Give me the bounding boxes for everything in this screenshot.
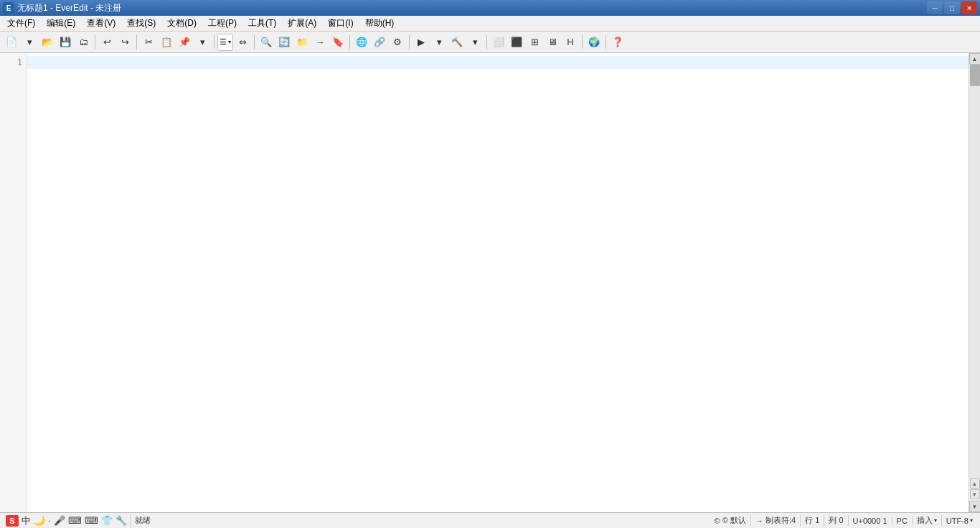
sep2	[136, 35, 137, 50]
sep1	[95, 35, 95, 50]
editor-area[interactable]	[27, 53, 969, 512]
ime-s-icon: S	[6, 515, 19, 527]
paste-dropdown[interactable]: ▾	[194, 34, 211, 51]
ready-label: 就绪	[135, 515, 151, 526]
line-wrap-button[interactable]: ⇔	[234, 34, 251, 51]
sep9	[606, 35, 606, 50]
app-icon: E	[3, 2, 14, 14]
find-files-button[interactable]: 📁	[293, 34, 311, 51]
pc-label: PC	[897, 517, 908, 525]
help-button[interactable]: ❓	[609, 34, 626, 51]
utf8-dropdown-arrow[interactable]: ▾	[970, 517, 973, 524]
close-button[interactable]: ✕	[961, 1, 977, 14]
num-label: 1	[882, 517, 887, 525]
run-button[interactable]: ▶	[413, 34, 430, 51]
split-v-button[interactable]: ⬛	[508, 34, 525, 51]
save-button[interactable]: 💾	[57, 34, 74, 51]
menu-view[interactable]: 查看(V)	[81, 16, 121, 31]
find-replace-button[interactable]: 🔄	[275, 34, 293, 51]
plugin3-button[interactable]: ⚙	[389, 34, 406, 51]
goto-button[interactable]: →	[311, 34, 329, 51]
maximize-button[interactable]: □	[944, 1, 960, 14]
bookmark-button[interactable]: 🔖	[329, 34, 347, 51]
open-button[interactable]: 📂	[39, 34, 56, 51]
unicode-field: U+0000 1	[849, 517, 892, 525]
undo-button[interactable]: ↩	[98, 34, 116, 51]
menu-extensions[interactable]: 扩展(A)	[282, 16, 322, 31]
ime-section: S 中 🌙 · 🎤 ⌨ ⌨ 👕 🔧	[3, 514, 131, 527]
screen-button[interactable]: 🖥	[544, 34, 561, 51]
editor-main: 1 ▲ ▴ ▾ ▼	[0, 53, 980, 512]
build-button[interactable]: 🔨	[448, 34, 466, 51]
editor-content[interactable]	[27, 53, 969, 512]
menu-edit[interactable]: 编辑(E)	[41, 16, 81, 31]
menu-file[interactable]: 文件(F)	[1, 16, 41, 31]
cut-button[interactable]: ✂	[140, 34, 157, 51]
menu-project[interactable]: 工程(P)	[202, 16, 242, 31]
minimize-button[interactable]: ─	[927, 1, 943, 14]
split-h-button[interactable]: ⬜	[490, 34, 507, 51]
scroll-extra-up[interactable]: ▴	[970, 478, 980, 489]
ime-shirt-icon: 👕	[101, 515, 113, 526]
copyright-label: © 默认	[722, 515, 746, 526]
scroll-down-arrow[interactable]: ▼	[969, 501, 981, 512]
sep3	[214, 35, 215, 50]
plugin2-button[interactable]: 🔗	[371, 34, 388, 51]
run-dropdown[interactable]: ▾	[430, 34, 448, 51]
copy-button[interactable]: 📋	[158, 34, 175, 51]
statusbar: S 中 🌙 · 🎤 ⌨ ⌨ 👕 🔧 就绪 © © 默认 → 制表符:4 行 1 …	[0, 512, 980, 528]
save-all-button[interactable]: 🗂	[75, 34, 92, 51]
ready-section: 就绪	[132, 515, 154, 526]
crlf-field: → 制表符:4	[751, 515, 801, 526]
menu-document[interactable]: 文档(D)	[161, 16, 202, 31]
scroll-extra-down[interactable]: ▾	[970, 489, 980, 499]
insert-label: 插入	[917, 515, 933, 526]
paste-button[interactable]: 📌	[176, 34, 193, 51]
col-field: 列 0	[824, 515, 848, 526]
ime-moon-icon: 🌙	[34, 515, 45, 526]
sep7	[486, 35, 487, 50]
browser-button[interactable]: 🌍	[585, 34, 603, 51]
new-button[interactable]: 📄	[3, 34, 20, 51]
sep6	[409, 35, 410, 50]
status-left: S 中 🌙 · 🎤 ⌨ ⌨ 👕 🔧 就绪	[3, 514, 154, 527]
cursor-line-highlight	[27, 56, 969, 69]
menu-window[interactable]: 窗口(I)	[322, 16, 359, 31]
sep4	[254, 35, 255, 50]
line-number-gutter: 1	[0, 53, 27, 512]
hex-button[interactable]: H	[562, 34, 579, 51]
window-controls: ─ □ ✕	[927, 1, 977, 14]
utf8-field[interactable]: UTF-8 ▾	[942, 517, 977, 525]
find-button[interactable]: 🔍	[258, 34, 275, 51]
insert-dropdown-arrow[interactable]: ▾	[934, 517, 937, 524]
menu-find[interactable]: 查找(S)	[121, 16, 161, 31]
redo-button[interactable]: ↪	[116, 34, 133, 51]
line-number-1: 1	[0, 56, 22, 69]
vertical-scrollbar[interactable]: ▲ ▴ ▾ ▼	[969, 53, 980, 512]
view-mode-dropdown[interactable]: ☰▾	[217, 34, 233, 51]
scroll-track[interactable]	[969, 65, 980, 478]
line-field: 行 1	[801, 515, 824, 526]
menu-tools[interactable]: 工具(T)	[242, 16, 282, 31]
encoding-arrow: →	[755, 517, 763, 525]
compare-button[interactable]: ⊞	[526, 34, 543, 51]
plugin1-button[interactable]: 🌐	[353, 34, 370, 51]
utf8-label: UTF-8	[946, 517, 969, 525]
scroll-thumb[interactable]	[970, 65, 980, 86]
col-label: 列 0	[829, 515, 843, 526]
new-dropdown[interactable]: ▾	[21, 34, 38, 51]
ime-mic-icon: 🎤	[54, 515, 65, 526]
sep5	[349, 35, 350, 50]
insert-field[interactable]: 插入 ▾	[913, 515, 942, 526]
menu-help[interactable]: 帮助(H)	[359, 16, 400, 31]
build-dropdown[interactable]: ▾	[466, 34, 484, 51]
line-label: 行 1	[805, 515, 819, 526]
copyright-icon: ©	[715, 517, 720, 525]
status-right: © © 默认 → 制表符:4 行 1 列 0 U+0000 1 PC 插入 ▾ …	[710, 515, 977, 526]
ime-zh-icon: 中	[22, 514, 31, 527]
scroll-up-arrow[interactable]: ▲	[969, 53, 981, 65]
menubar: 文件(F) 编辑(E) 查看(V) 查找(S) 文档(D) 工程(P) 工具(T…	[0, 16, 980, 32]
unicode-label: U+0000	[853, 517, 881, 525]
crlf-label: 制表符:4	[765, 515, 796, 526]
window-title: 无标题1 - EverEdit - 未注册	[17, 2, 927, 14]
